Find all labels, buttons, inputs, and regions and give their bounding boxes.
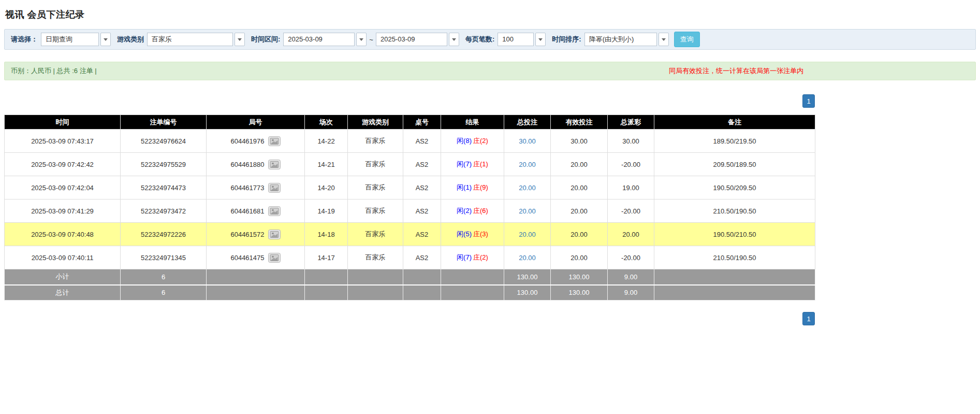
result-banker: 庄(1): [473, 160, 488, 168]
page-title: 视讯 会员下注纪录: [5, 8, 976, 21]
pagination-top: 1: [4, 94, 815, 108]
page-size-label: 每页笔数:: [465, 35, 494, 44]
chevron-down-icon[interactable]: [100, 33, 111, 46]
cell-note: 210.50/190.50: [654, 199, 815, 223]
round-id-text: 604461681: [230, 207, 264, 215]
date-from-combo[interactable]: 2025-03-09: [283, 33, 367, 46]
cell-round-id: 604461681: [207, 199, 305, 223]
chevron-down-icon[interactable]: [659, 33, 669, 46]
cell-session: 14-19: [305, 199, 348, 223]
date-to-value[interactable]: 2025-03-09: [376, 33, 447, 46]
caret-icon: [538, 38, 543, 41]
cell-table-no: AS2: [403, 199, 441, 223]
cell-table-no: AS2: [403, 153, 441, 176]
cell-table-no: AS2: [403, 176, 441, 199]
cell-valid-bet: 30.00: [551, 130, 608, 153]
result-banker: 庄(2): [473, 137, 488, 145]
total-total-bet: 130.00: [504, 285, 551, 301]
sort-order-combo[interactable]: 降幂(由大到小): [584, 33, 669, 46]
table-row: 2025-03-09 07:40:11 522324971345 6044614…: [5, 246, 815, 269]
select-label: 请选择：: [11, 35, 38, 44]
table-row: 2025-03-09 07:42:42 522324975529 6044618…: [5, 153, 815, 176]
total-bet-link[interactable]: 20.00: [519, 254, 536, 262]
round-replay-icon[interactable]: [268, 160, 281, 169]
round-replay-icon[interactable]: [268, 136, 281, 146]
round-id-text: 604461880: [230, 161, 264, 168]
cell-game-type: 百家乐: [348, 223, 403, 246]
total-label: 总计: [5, 285, 121, 301]
cell-game-type: 百家乐: [348, 153, 403, 176]
total-bet-link[interactable]: 20.00: [519, 184, 536, 192]
query-type-combo[interactable]: 日期查询: [41, 33, 111, 46]
chevron-down-icon[interactable]: [535, 33, 546, 46]
caret-icon: [359, 38, 363, 41]
table-body: 2025-03-09 07:43:17 522324976624 6044619…: [5, 130, 815, 269]
total-bet-link[interactable]: 30.00: [519, 137, 536, 145]
cell-valid-bet: 20.00: [551, 223, 608, 246]
subtotal-payout: 9.00: [608, 269, 654, 285]
cell-time: 2025-03-09 07:40:48: [5, 223, 121, 246]
subtotal-count: 6: [121, 269, 207, 285]
cell-valid-bet: 20.00: [551, 176, 608, 199]
cell-time: 2025-03-09 07:40:11: [5, 246, 121, 269]
game-type-value[interactable]: 百家乐: [147, 33, 233, 46]
page-button-1[interactable]: 1: [802, 312, 815, 325]
caret-icon: [238, 38, 242, 41]
chevron-down-icon[interactable]: [235, 33, 245, 46]
page-button-1[interactable]: 1: [802, 94, 815, 108]
search-button[interactable]: 查询: [674, 32, 700, 47]
round-replay-icon[interactable]: [268, 230, 281, 239]
col-header-result: 结果: [441, 115, 504, 130]
page-size-value[interactable]: 100: [498, 33, 534, 46]
caret-icon: [104, 38, 108, 41]
round-replay-icon[interactable]: [268, 253, 281, 263]
subtotal-row: 小计 6 130.00 130.00 9.00: [5, 269, 815, 285]
round-id-text: 604461976: [230, 137, 264, 145]
col-header-bet-id: 注单编号: [121, 115, 207, 130]
cell-time: 2025-03-09 07:43:17: [5, 130, 121, 153]
cell-time: 2025-03-09 07:41:29: [5, 199, 121, 223]
cell-total-bet: 20.00: [504, 223, 551, 246]
page-size-combo[interactable]: 100: [498, 33, 546, 46]
chevron-down-icon[interactable]: [449, 33, 459, 46]
total-payout: 9.00: [608, 285, 654, 301]
total-bet-link[interactable]: 20.00: [519, 207, 536, 215]
date-to-combo[interactable]: 2025-03-09: [376, 33, 459, 46]
total-bet-link[interactable]: 20.00: [519, 161, 536, 168]
game-type-label: 游戏类别: [117, 35, 144, 44]
round-id-text: 604461475: [230, 254, 264, 262]
cell-total-payout: 19.00: [608, 176, 654, 199]
total-bet-link[interactable]: 20.00: [519, 231, 536, 238]
round-replay-icon[interactable]: [268, 183, 281, 193]
result-banker: 庄(3): [473, 230, 488, 238]
cell-round-id: 604461572: [207, 223, 305, 246]
cell-game-type: 百家乐: [348, 199, 403, 223]
table-header-row: 时间 注单编号 局号 场次 游戏类别 桌号 结果 总投注 有效投注 总派彩 备注: [5, 115, 815, 130]
cell-result: 闲(7)庄(2): [441, 246, 504, 269]
result-player: 闲(1): [457, 183, 472, 191]
chevron-down-icon[interactable]: [356, 33, 367, 46]
game-type-combo[interactable]: 百家乐: [147, 33, 245, 46]
cell-valid-bet: 20.00: [551, 199, 608, 223]
cell-result: 闲(2)庄(6): [441, 199, 504, 223]
cell-session: 14-17: [305, 246, 348, 269]
table-row: 2025-03-09 07:43:17 522324976624 6044619…: [5, 130, 815, 153]
cell-bet-id: 522324973472: [121, 199, 207, 223]
subtotal-label: 小计: [5, 269, 121, 285]
cell-total-bet: 20.00: [504, 199, 551, 223]
cell-session: 14-21: [305, 153, 348, 176]
summary-left-text: 币别：人民币 | 总共 :6 注单 |: [11, 66, 97, 76]
cell-note: 189.50/219.50: [654, 130, 815, 153]
cell-note: 190.50/209.50: [654, 176, 815, 199]
cell-valid-bet: 20.00: [551, 153, 608, 176]
query-type-value[interactable]: 日期查询: [41, 33, 99, 46]
result-player: 闲(7): [457, 160, 472, 168]
cell-game-type: 百家乐: [348, 246, 403, 269]
round-replay-icon[interactable]: [268, 206, 281, 216]
cell-result: 闲(8)庄(2): [441, 130, 504, 153]
date-from-value[interactable]: 2025-03-09: [283, 33, 355, 46]
total-count: 6: [121, 285, 207, 301]
sort-order-value[interactable]: 降幂(由大到小): [584, 33, 657, 46]
result-player: 闲(2): [457, 207, 472, 215]
cell-table-no: AS2: [403, 223, 441, 246]
